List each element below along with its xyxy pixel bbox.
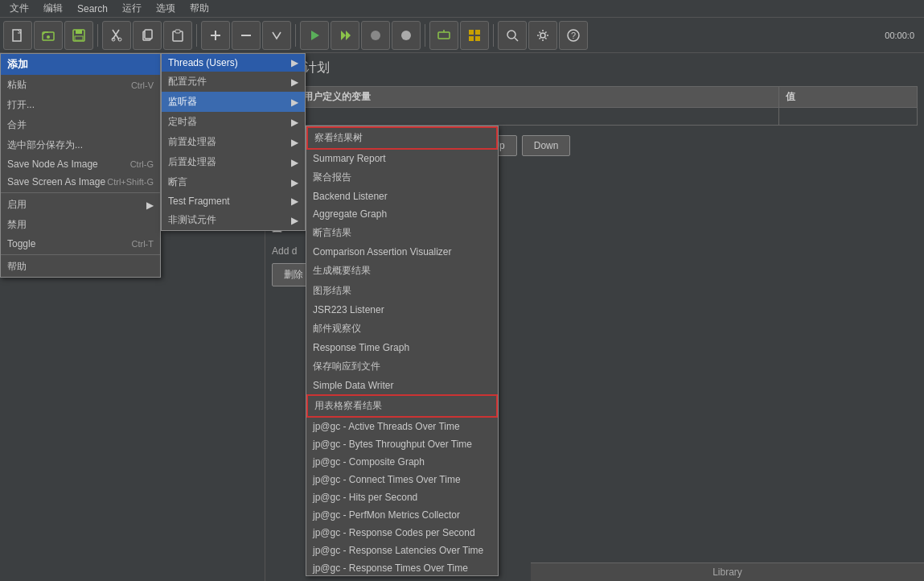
toolbar-icon1-btn[interactable] xyxy=(429,21,458,50)
menu-disable[interactable]: 禁用 xyxy=(1,215,160,235)
listener-item-22[interactable]: jp@gc - Response Latencies Over Time xyxy=(306,542,498,559)
svg-rect-13 xyxy=(175,30,180,33)
listener-item-20[interactable]: jp@gc - PerfMon Metrics Collector xyxy=(306,506,498,524)
listener-item-18[interactable]: jp@gc - Connect Times Over Time xyxy=(306,471,498,488)
submenu-non-test[interactable]: 非测试元件 ▶ xyxy=(162,210,305,230)
menu-search[interactable]: Search xyxy=(71,2,114,16)
toolbar-sep-5 xyxy=(493,24,494,47)
svg-point-2 xyxy=(47,35,50,39)
menu-options[interactable]: 选项 xyxy=(150,0,182,17)
listener-item-17[interactable]: jp@gc - Composite Graph xyxy=(306,453,498,471)
var-table: 用户定义的变量 值 xyxy=(272,86,918,126)
submenu-test-fragment[interactable]: Test Fragment ▶ xyxy=(162,192,305,210)
svg-rect-27 xyxy=(475,36,480,41)
svg-rect-5 xyxy=(75,36,83,40)
table-row xyxy=(273,108,918,126)
listener-item-23[interactable]: jp@gc - Response Times Over Time xyxy=(306,559,498,576)
submenu-threads[interactable]: Threads (Users) ▶ xyxy=(162,54,305,72)
toolbar-sep-4 xyxy=(425,24,425,47)
toolbar-copy-btn[interactable] xyxy=(133,21,162,50)
context-menu-add-header: 添加 xyxy=(1,54,160,75)
svg-rect-26 xyxy=(469,36,474,41)
menu-enable[interactable]: 启用 ▶ xyxy=(1,195,160,215)
submenu-listener[interactable]: 监听器 ▶ xyxy=(162,92,305,112)
listener-item-5[interactable]: 断言结果 xyxy=(306,223,498,243)
listener-item-2[interactable]: 聚合报告 xyxy=(306,167,498,187)
toolbar-new-btn[interactable] xyxy=(3,21,32,50)
svg-point-21 xyxy=(401,31,411,40)
svg-rect-22 xyxy=(438,32,450,39)
listener-item-16[interactable]: jp@gc - Bytes Throughput Over Time xyxy=(306,435,498,453)
menu-save-node[interactable]: Save Node As Image Ctrl-G xyxy=(1,155,160,173)
listener-item-4[interactable]: Aggregate Graph xyxy=(306,205,498,223)
listener-item-1[interactable]: Summary Report xyxy=(306,150,498,167)
toolbar-run-btn[interactable] xyxy=(300,21,329,50)
context-menu-add-sub: Threads (Users) ▶ 配置元件 ▶ 监听器 ▶ 定时器 ▶ 前置处… xyxy=(161,53,306,231)
toolbar-toggle-btn[interactable] xyxy=(262,21,291,50)
listener-item-3[interactable]: Backend Listener xyxy=(306,187,498,205)
svg-rect-11 xyxy=(145,30,152,39)
page-title: 计划 xyxy=(304,60,918,76)
toolbar-paste-btn[interactable] xyxy=(163,21,192,50)
menu-toggle[interactable]: Toggle Ctrl-T xyxy=(1,235,160,253)
submenu-assertion[interactable]: 断言 ▶ xyxy=(162,172,305,192)
submenu-timer[interactable]: 定时器 ▶ xyxy=(162,112,305,132)
toolbar-run2-btn[interactable] xyxy=(331,21,359,50)
toolbar-cut-btn[interactable] xyxy=(102,21,131,50)
listener-item-10[interactable]: 邮件观察仪 xyxy=(306,319,498,339)
menu-sep-2 xyxy=(1,254,160,255)
down-button[interactable]: Down xyxy=(522,135,571,156)
listener-item-21[interactable]: jp@gc - Response Codes per Second xyxy=(306,524,498,542)
listener-item-15[interactable]: jp@gc - Active Threads Over Time xyxy=(306,418,498,435)
menu-merge[interactable]: 合并 xyxy=(1,115,160,135)
menu-help[interactable]: 帮助 xyxy=(183,0,216,17)
listener-item-9[interactable]: JSR223 Listener xyxy=(306,301,498,319)
svg-marker-18 xyxy=(341,31,346,40)
listener-item-19[interactable]: jp@gc - Hits per Second xyxy=(306,488,498,506)
svg-point-20 xyxy=(371,31,380,40)
menu-save-screen[interactable]: Save Screen As Image Ctrl+Shift-G xyxy=(1,173,160,191)
menu-open[interactable]: 打开... xyxy=(1,95,160,115)
table-col-var: 用户定义的变量 xyxy=(297,87,779,108)
library-footer: Library xyxy=(531,562,924,581)
svg-line-29 xyxy=(515,38,518,41)
toolbar-circle2-btn[interactable] xyxy=(392,21,421,50)
toolbar-add-btn[interactable] xyxy=(201,21,230,50)
menu-sep-1 xyxy=(1,192,160,193)
toolbar-save-btn[interactable] xyxy=(64,21,93,50)
left-panel: 添加 粘贴 Ctrl-V 打开... 合并 选中部分保存为... Save No… xyxy=(0,53,265,581)
submenu-post-processor[interactable]: 后置处理器 ▶ xyxy=(162,152,305,172)
listener-item-14[interactable]: 用表格察看结果 xyxy=(306,394,498,418)
listener-item-7[interactable]: 生成概要结果 xyxy=(306,261,498,281)
listener-item-0[interactable]: 察看结果树 xyxy=(306,126,498,150)
toolbar-sep-3 xyxy=(295,24,296,47)
listener-item-8[interactable]: 图形结果 xyxy=(306,281,498,301)
toolbar-help-btn[interactable]: ? xyxy=(559,21,588,50)
menu-file[interactable]: 文件 xyxy=(3,0,35,17)
listener-item-6[interactable]: Comparison Assertion Visualizer xyxy=(306,243,498,261)
context-menu-listener: 察看结果树 Summary Report 聚合报告 Backend Listen… xyxy=(306,126,499,576)
table-col-val: 值 xyxy=(778,87,917,108)
svg-marker-17 xyxy=(311,31,319,40)
menu-edit[interactable]: 编辑 xyxy=(37,0,69,17)
submenu-config[interactable]: 配置元件 ▶ xyxy=(162,72,305,92)
toolbar-zoom-btn[interactable] xyxy=(498,21,527,50)
toolbar: ? 00:00:0 xyxy=(0,18,924,53)
menu-save-selected[interactable]: 选中部分保存为... xyxy=(1,135,160,155)
svg-point-28 xyxy=(507,31,515,39)
toolbar-circle-btn[interactable] xyxy=(361,21,390,50)
menu-help-item[interactable]: 帮助 xyxy=(1,257,160,277)
listener-item-11[interactable]: Response Time Graph xyxy=(306,339,498,356)
toolbar-sep-1 xyxy=(97,24,98,47)
menu-bar: 文件 编辑 Search 运行 选项 帮助 xyxy=(0,0,924,18)
svg-rect-24 xyxy=(469,30,474,35)
toolbar-minus-btn[interactable] xyxy=(232,21,261,50)
toolbar-gear-btn[interactable] xyxy=(528,21,557,50)
toolbar-open-btn[interactable] xyxy=(34,21,63,50)
menu-paste[interactable]: 粘贴 Ctrl-V xyxy=(1,75,160,95)
listener-item-13[interactable]: Simple Data Writer xyxy=(306,377,498,394)
submenu-pre-processor[interactable]: 前置处理器 ▶ xyxy=(162,132,305,152)
toolbar-icon2-btn[interactable] xyxy=(460,21,489,50)
menu-run[interactable]: 运行 xyxy=(116,0,148,17)
listener-item-12[interactable]: 保存响应到文件 xyxy=(306,356,498,377)
